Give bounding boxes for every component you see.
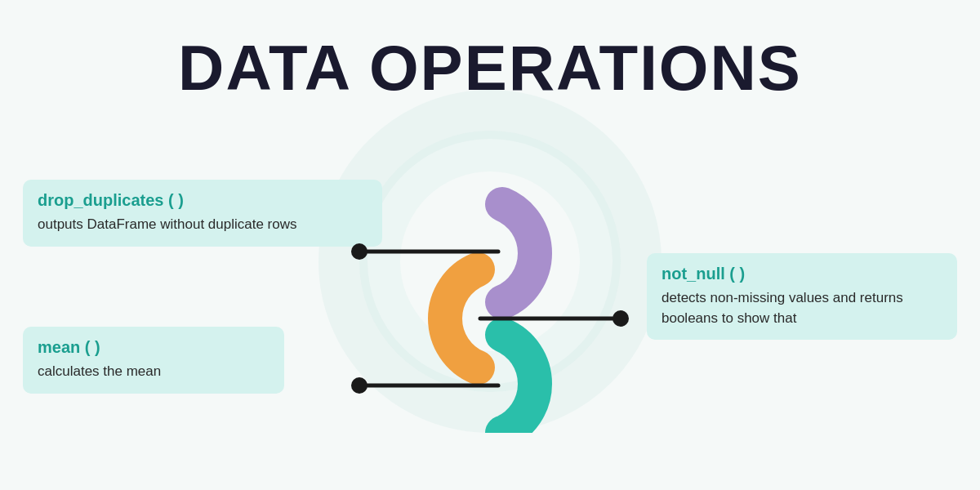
drop-duplicates-text: outputs DataFrame without duplicate rows [38, 215, 368, 235]
mean-title: mean ( ) [38, 338, 270, 357]
svg-point-3 [612, 310, 629, 327]
card-not-null: not_null ( ) detects non-missing values … [647, 253, 957, 340]
card-drop-duplicates: drop_duplicates ( ) outputs DataFrame wi… [23, 180, 382, 247]
diagram [351, 180, 629, 433]
card-mean: mean ( ) calculates the mean [23, 327, 284, 394]
page-title: DATA OPERATIONS [0, 31, 980, 105]
mean-text: calculates the mean [38, 362, 270, 382]
svg-point-1 [351, 243, 368, 260]
drop-duplicates-title: drop_duplicates ( ) [38, 191, 368, 210]
not-null-title: not_null ( ) [662, 265, 942, 283]
svg-point-5 [351, 377, 368, 394]
not-null-text: detects non-missing values and returns b… [662, 288, 942, 328]
diagram-svg [351, 180, 629, 433]
